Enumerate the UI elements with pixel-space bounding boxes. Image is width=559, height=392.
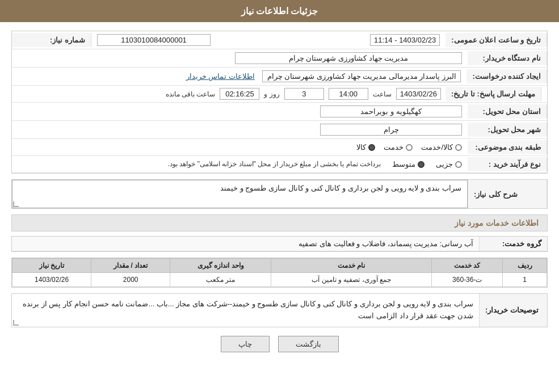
creator-row: ایجاد کننده درخواست: البرز پاسدار مدیرما… — [12, 68, 547, 86]
purchase-option-jozi[interactable]: جزیی — [436, 160, 462, 168]
purchase-option-mutavasset[interactable]: متوسط — [392, 160, 424, 168]
creator-label: ایجاد کننده درخواست: — [466, 69, 547, 83]
buyer-name-label: نام دستگاه خریدار: — [468, 51, 547, 65]
description-label: شرح کلی نیاز: — [468, 180, 547, 208]
deadline-day-label: روز و — [264, 90, 279, 98]
province-row: استان محل تحویل: کهگیلویه و بویراحمد — [12, 103, 547, 121]
col-name: نام خدمت — [271, 259, 432, 273]
announce-box: 1403/02/23 - 11:14 — [370, 34, 440, 46]
purchase-label-jozi: جزیی — [436, 160, 453, 168]
col-date: تاریخ نیاز — [12, 259, 91, 273]
purchase-label-mutavasset: متوسط — [392, 160, 415, 168]
category-option-kala[interactable]: کالا — [356, 143, 375, 151]
city-value: چرام — [12, 121, 468, 138]
buyer-name-value: مدیریت جهاد کشاورزی شهرستان چرام — [12, 49, 468, 67]
back-button[interactable]: بازگشت — [278, 336, 339, 352]
service-group-section: گروه خدمت: آب رسانی: مدیریت پسماند، فاضل… — [11, 236, 548, 252]
deadline-date-box: 1403/02/26 — [396, 88, 441, 100]
deadline-time-box: 14:00 — [329, 88, 368, 100]
purchase-type-row: نوع فرآیند خرید : جزیی متوسط برداخت تمام… — [12, 156, 547, 173]
buyer-name-row: نام دستگاه خریدار: مدیریت جهاد کشاورزی ش… — [12, 49, 547, 68]
radio-kala-khedmat — [455, 144, 462, 151]
description-wrapper: سراب بندی و لایه رویی و لجن برداری و کان… — [12, 180, 468, 208]
buyer-desc-label: توصیحات خریدار: — [479, 294, 547, 327]
buyer-desc-wrapper: سراب بندی و لایه رویی و لجن برداری و کان… — [12, 294, 479, 327]
services-table-container: ردیف کد خدمت نام خدمت واحد اندازه گیری ت… — [11, 258, 548, 288]
radio-kala — [368, 144, 375, 151]
buyer-desc-row: توصیحات خریدار: سراب بندی و لایه رویی و … — [12, 294, 547, 327]
table-row: 1ت-36-360جمع آوری، تصفیه و تامین آبمتر م… — [12, 273, 547, 287]
print-button[interactable]: چاپ — [221, 336, 270, 352]
deadline-remaining-box: 02:16:25 — [220, 88, 259, 100]
description-section: شرح کلی نیاز: سراب بندی و لایه رویی و لج… — [11, 179, 548, 209]
category-label-khedmat: خدمت — [384, 143, 404, 151]
service-group-row: گروه خدمت: آب رسانی: مدیریت پسماند، فاضل… — [12, 237, 547, 251]
city-row: شهر محل تحویل: چرام — [12, 121, 547, 139]
category-option-kala-khedmat[interactable]: کالا/خدمت — [421, 143, 462, 151]
main-info-section: تاریخ و ساعت اعلان عمومی: 1403/02/23 - 1… — [11, 31, 548, 174]
province-value: کهگیلویه و بویراحمد — [12, 103, 468, 120]
creator-value: البرز پاسدار مدیرمالی مدیریت جهاد کشاورز… — [12, 68, 466, 85]
province-label: استان محل تحویل: — [468, 104, 547, 119]
deadline-days-box: 3 — [284, 88, 324, 100]
service-group-label: گروه خدمت: — [479, 237, 547, 251]
service-group-value: آب رسانی: مدیریت پسماند، فاضلاب و فعالیت… — [12, 237, 479, 251]
purchase-note: برداخت تمام یا بخشی از مبلغ خریدار از مح… — [168, 160, 381, 168]
buyer-desc-value: سراب بندی و لایه رویی و لجن برداری و کان… — [12, 294, 479, 327]
need-number-value: 1103010084000001 — [91, 31, 268, 49]
announce-label: تاریخ و ساعت اعلان عمومی: — [445, 33, 547, 47]
buyer-desc-resize-corner[interactable] — [13, 320, 19, 326]
purchase-type-options: جزیی متوسط برداخت تمام یا بخشی از مبلغ خ… — [162, 157, 468, 171]
need-number-label: شماره نیاز: — [12, 33, 91, 47]
radio-khedmat — [406, 144, 413, 151]
contact-info-link[interactable]: اطلاعات تماس خریدار — [180, 72, 260, 81]
announce-value: 1403/02/23 - 11:14 — [268, 31, 445, 49]
creator-box: البرز پاسدار مدیرمالی مدیریت جهاد کشاورز… — [262, 70, 461, 82]
deadline-remaining-label: ساعت باقی مانده — [166, 90, 216, 98]
category-option-khedmat[interactable]: خدمت — [384, 143, 413, 151]
col-unit: واحد اندازه گیری — [170, 259, 271, 273]
description-value: سراب بندی و لایه رویی و لجن برداری و کان… — [12, 180, 468, 208]
deadline-label: مهلت ارسال پاسخ: تا تاریخ: — [445, 87, 541, 101]
category-options: کالا/خدمت خدمت کالا — [351, 140, 468, 154]
city-box: چرام — [320, 124, 462, 136]
buyer-name-box: مدیریت جهاد کشاورزی شهرستان چرام — [235, 52, 462, 64]
radio-jozi — [455, 161, 462, 168]
need-number-row: تاریخ و ساعت اعلان عمومی: 1403/02/23 - 1… — [12, 31, 547, 49]
col-code: کد خدمت — [432, 259, 503, 273]
province-box: کهگیلویه و بویراحمد — [320, 106, 462, 117]
main-content: تاریخ و ساعت اعلان عمومی: 1403/02/23 - 1… — [0, 22, 559, 372]
need-number-box: 1103010084000001 — [97, 34, 211, 46]
buyer-desc-section: توصیحات خریدار: سراب بندی و لایه رویی و … — [11, 293, 548, 327]
page-wrapper: جزئیات اطلاعات نیاز تاریخ و ساعت اعلان ع… — [0, 0, 559, 392]
category-label: طبقه بندی موضوعی: — [468, 140, 547, 154]
deadline-row: مهلت ارسال پاسخ: تا تاریخ: 1403/02/26 سا… — [12, 86, 547, 103]
city-label: شهر محل تحویل: — [468, 123, 547, 137]
category-row: طبقه بندی موضوعی: کالا/خدمت خدمت کالا — [12, 139, 547, 156]
purchase-type-label: نوع فرآیند خرید : — [468, 157, 547, 171]
col-qty: تعداد / مقدار — [91, 259, 170, 273]
page-title: جزئیات اطلاعات نیاز — [241, 6, 318, 16]
button-bar: بازگشت چاپ — [11, 336, 548, 364]
category-label-kala: کالا — [356, 143, 366, 151]
col-radif: ردیف — [503, 259, 547, 273]
resize-corner[interactable] — [13, 201, 19, 207]
deadline-time-label: ساعت — [373, 90, 392, 98]
services-section-title: اطلاعات خدمات مورد نیاز — [11, 214, 548, 231]
page-header: جزئیات اطلاعات نیاز — [0, 0, 559, 22]
radio-mutavasset — [418, 161, 424, 168]
services-table: ردیف کد خدمت نام خدمت واحد اندازه گیری ت… — [12, 258, 547, 287]
category-label-kala-khedmat: کالا/خدمت — [421, 143, 453, 151]
